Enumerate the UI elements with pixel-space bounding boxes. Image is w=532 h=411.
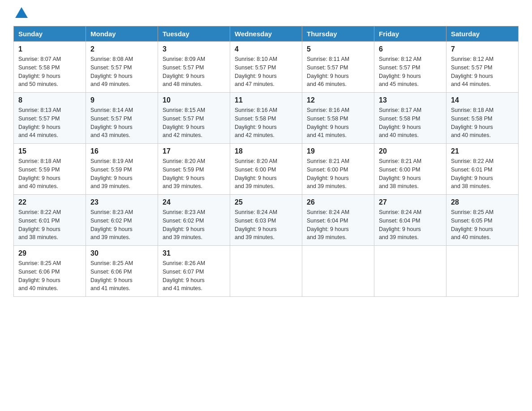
calendar-cell: 1 Sunrise: 8:07 AM Sunset: 5:58 PM Dayli… (14, 42, 86, 93)
calendar-cell: 15 Sunrise: 8:18 AM Sunset: 5:59 PM Dayl… (14, 144, 86, 195)
day-number: 13 (379, 96, 442, 104)
day-number: 9 (90, 96, 153, 104)
day-info: Sunrise: 8:20 AM Sunset: 5:59 PM Dayligh… (163, 157, 225, 191)
day-number: 22 (18, 198, 81, 206)
calendar-week-row: 15 Sunrise: 8:18 AM Sunset: 5:59 PM Dayl… (14, 144, 519, 195)
weekday-header-sunday: Sunday (14, 26, 86, 42)
day-info: Sunrise: 8:23 AM Sunset: 6:02 PM Dayligh… (163, 208, 225, 242)
day-info: Sunrise: 8:18 AM Sunset: 5:58 PM Dayligh… (451, 106, 514, 140)
weekday-header-row: SundayMondayTuesdayWednesdayThursdayFrid… (14, 26, 519, 42)
weekday-header-monday: Monday (86, 26, 158, 42)
weekday-header-saturday: Saturday (446, 26, 519, 42)
day-number: 15 (18, 147, 81, 155)
day-info: Sunrise: 8:13 AM Sunset: 5:57 PM Dayligh… (18, 106, 81, 140)
calendar-week-row: 8 Sunrise: 8:13 AM Sunset: 5:57 PM Dayli… (14, 93, 519, 144)
day-info: Sunrise: 8:24 AM Sunset: 6:03 PM Dayligh… (235, 208, 297, 242)
day-number: 24 (163, 198, 225, 206)
day-number: 5 (307, 45, 369, 53)
calendar-cell: 28 Sunrise: 8:25 AM Sunset: 6:05 PM Dayl… (446, 195, 519, 246)
calendar-cell: 29 Sunrise: 8:25 AM Sunset: 6:06 PM Dayl… (14, 246, 86, 297)
calendar-cell: 17 Sunrise: 8:20 AM Sunset: 5:59 PM Dayl… (158, 144, 230, 195)
calendar-cell: 5 Sunrise: 8:11 AM Sunset: 5:57 PM Dayli… (302, 42, 374, 93)
day-number: 27 (379, 198, 442, 206)
day-info: Sunrise: 8:22 AM Sunset: 6:01 PM Dayligh… (451, 157, 514, 191)
calendar-cell: 7 Sunrise: 8:12 AM Sunset: 5:57 PM Dayli… (446, 42, 519, 93)
calendar-cell: 19 Sunrise: 8:21 AM Sunset: 6:00 PM Dayl… (302, 144, 374, 195)
calendar-cell: 18 Sunrise: 8:20 AM Sunset: 6:00 PM Dayl… (230, 144, 302, 195)
day-info: Sunrise: 8:25 AM Sunset: 6:06 PM Dayligh… (18, 259, 81, 293)
day-info: Sunrise: 8:16 AM Sunset: 5:58 PM Dayligh… (235, 106, 297, 140)
calendar-cell: 6 Sunrise: 8:12 AM Sunset: 5:57 PM Dayli… (374, 42, 446, 93)
calendar-cell: 22 Sunrise: 8:22 AM Sunset: 6:01 PM Dayl… (14, 195, 86, 246)
day-number: 31 (163, 249, 225, 257)
day-number: 23 (90, 198, 153, 206)
day-number: 8 (18, 96, 81, 104)
calendar-cell: 11 Sunrise: 8:16 AM Sunset: 5:58 PM Dayl… (230, 93, 302, 144)
day-info: Sunrise: 8:07 AM Sunset: 5:58 PM Dayligh… (18, 55, 81, 89)
calendar-cell: 16 Sunrise: 8:19 AM Sunset: 5:59 PM Dayl… (86, 144, 158, 195)
calendar-cell: 31 Sunrise: 8:26 AM Sunset: 6:07 PM Dayl… (158, 246, 230, 297)
day-info: Sunrise: 8:25 AM Sunset: 6:06 PM Dayligh… (90, 259, 153, 293)
day-number: 16 (90, 147, 153, 155)
calendar-cell: 3 Sunrise: 8:09 AM Sunset: 5:57 PM Dayli… (158, 42, 230, 93)
calendar-cell: 23 Sunrise: 8:23 AM Sunset: 6:02 PM Dayl… (86, 195, 158, 246)
day-info: Sunrise: 8:08 AM Sunset: 5:57 PM Dayligh… (90, 55, 153, 89)
day-info: Sunrise: 8:19 AM Sunset: 5:59 PM Dayligh… (90, 157, 153, 191)
day-info: Sunrise: 8:12 AM Sunset: 5:57 PM Dayligh… (451, 55, 514, 89)
calendar-cell: 12 Sunrise: 8:16 AM Sunset: 5:58 PM Dayl… (302, 93, 374, 144)
day-info: Sunrise: 8:24 AM Sunset: 6:04 PM Dayligh… (307, 208, 369, 242)
calendar-cell: 10 Sunrise: 8:15 AM Sunset: 5:57 PM Dayl… (158, 93, 230, 144)
calendar-cell: 4 Sunrise: 8:10 AM Sunset: 5:57 PM Dayli… (230, 42, 302, 93)
day-info: Sunrise: 8:20 AM Sunset: 6:00 PM Dayligh… (235, 157, 297, 191)
day-number: 28 (451, 198, 514, 206)
day-info: Sunrise: 8:17 AM Sunset: 5:58 PM Dayligh… (379, 106, 442, 140)
calendar-cell: 13 Sunrise: 8:17 AM Sunset: 5:58 PM Dayl… (374, 93, 446, 144)
day-number: 4 (235, 45, 297, 53)
calendar-cell: 30 Sunrise: 8:25 AM Sunset: 6:06 PM Dayl… (86, 246, 158, 297)
weekday-header-tuesday: Tuesday (158, 26, 230, 42)
calendar-table: SundayMondayTuesdayWednesdayThursdayFrid… (13, 26, 519, 297)
day-number: 1 (18, 45, 81, 53)
day-number: 17 (163, 147, 225, 155)
logo-triangle-icon (15, 7, 28, 18)
calendar-cell: 2 Sunrise: 8:08 AM Sunset: 5:57 PM Dayli… (86, 42, 158, 93)
day-info: Sunrise: 8:12 AM Sunset: 5:57 PM Dayligh… (379, 55, 442, 89)
calendar-week-row: 1 Sunrise: 8:07 AM Sunset: 5:58 PM Dayli… (14, 42, 519, 93)
logo (13, 9, 28, 18)
calendar-cell: 9 Sunrise: 8:14 AM Sunset: 5:57 PM Dayli… (86, 93, 158, 144)
weekday-header-thursday: Thursday (302, 26, 374, 42)
day-number: 21 (451, 147, 514, 155)
day-number: 19 (307, 147, 369, 155)
calendar-cell: 14 Sunrise: 8:18 AM Sunset: 5:58 PM Dayl… (446, 93, 519, 144)
day-info: Sunrise: 8:24 AM Sunset: 6:04 PM Dayligh… (379, 208, 442, 242)
day-number: 26 (307, 198, 369, 206)
day-number: 25 (235, 198, 297, 206)
day-info: Sunrise: 8:23 AM Sunset: 6:02 PM Dayligh… (90, 208, 153, 242)
day-info: Sunrise: 8:21 AM Sunset: 6:00 PM Dayligh… (307, 157, 369, 191)
day-info: Sunrise: 8:10 AM Sunset: 5:57 PM Dayligh… (235, 55, 297, 89)
day-info: Sunrise: 8:15 AM Sunset: 5:57 PM Dayligh… (163, 106, 225, 140)
day-number: 18 (235, 147, 297, 155)
day-number: 3 (163, 45, 225, 53)
day-number: 12 (307, 96, 369, 104)
day-info: Sunrise: 8:14 AM Sunset: 5:57 PM Dayligh… (90, 106, 153, 140)
weekday-header-friday: Friday (374, 26, 446, 42)
header (13, 9, 519, 18)
day-number: 29 (18, 249, 81, 257)
calendar-cell (230, 246, 302, 297)
calendar-cell: 21 Sunrise: 8:22 AM Sunset: 6:01 PM Dayl… (446, 144, 519, 195)
day-number: 7 (451, 45, 514, 53)
calendar-cell (446, 246, 519, 297)
day-number: 10 (163, 96, 225, 104)
calendar-week-row: 22 Sunrise: 8:22 AM Sunset: 6:01 PM Dayl… (14, 195, 519, 246)
day-number: 11 (235, 96, 297, 104)
calendar-cell (374, 246, 446, 297)
weekday-header-wednesday: Wednesday (230, 26, 302, 42)
day-info: Sunrise: 8:22 AM Sunset: 6:01 PM Dayligh… (18, 208, 81, 242)
calendar-week-row: 29 Sunrise: 8:25 AM Sunset: 6:06 PM Dayl… (14, 246, 519, 297)
calendar-cell: 20 Sunrise: 8:21 AM Sunset: 6:00 PM Dayl… (374, 144, 446, 195)
day-number: 2 (90, 45, 153, 53)
day-info: Sunrise: 8:16 AM Sunset: 5:58 PM Dayligh… (307, 106, 369, 140)
day-info: Sunrise: 8:26 AM Sunset: 6:07 PM Dayligh… (163, 259, 225, 293)
day-number: 6 (379, 45, 442, 53)
